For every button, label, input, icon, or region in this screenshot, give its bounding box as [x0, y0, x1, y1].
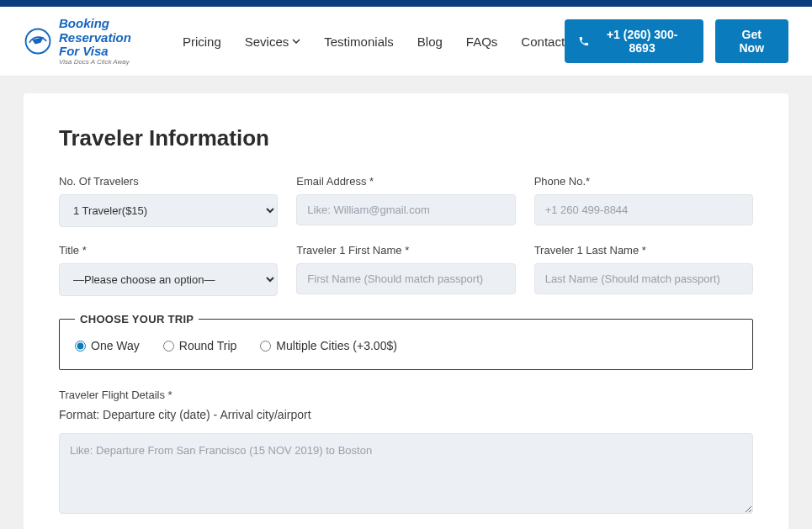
phone-icon: [578, 35, 590, 47]
logo-line2: For Visa: [59, 44, 109, 58]
header-actions: +1 (260) 300-8693 Get Now: [565, 19, 788, 63]
phone-button[interactable]: +1 (260) 300-8693: [565, 19, 703, 63]
trip-multi-radio[interactable]: [260, 341, 271, 352]
nav-contact[interactable]: Contact: [521, 34, 565, 49]
email-field[interactable]: [296, 194, 515, 225]
trip-oneway-label: One Way: [91, 339, 140, 352]
page-title: Traveler Information: [59, 125, 753, 151]
title-select[interactable]: —Please choose an option—: [59, 263, 278, 296]
form-card: Traveler Information No. Of Travelers 1 …: [24, 93, 788, 529]
trip-multi[interactable]: Multiple Cities (+3.00$): [260, 339, 397, 352]
nav-faqs[interactable]: FAQs: [466, 34, 498, 49]
chevron-down-icon: [292, 39, 300, 44]
nav-services-label: Sevices: [245, 34, 289, 49]
trip-oneway-radio[interactable]: [75, 341, 86, 352]
trip-round-radio[interactable]: [163, 341, 174, 352]
trip-multi-label: Multiple Cities (+3.00$): [276, 339, 397, 352]
logo-tagline: Visa Docs A Click Away: [59, 59, 183, 66]
phone-label: Phone No.*: [534, 175, 753, 188]
get-now-label: Get Now: [729, 28, 775, 55]
get-now-button[interactable]: Get Now: [715, 19, 788, 63]
travelers-select[interactable]: 1 Traveler($15): [59, 194, 278, 227]
format-hint: Format: Departure city (date) - Arrival …: [59, 408, 753, 421]
nav-services[interactable]: Sevices: [245, 34, 301, 49]
page-body: Traveler Information No. Of Travelers 1 …: [0, 77, 812, 529]
email-label: Email Address *: [296, 175, 515, 188]
flight-details-textarea[interactable]: [59, 433, 753, 514]
logo[interactable]: Booking Reservation For Visa Visa Docs A…: [24, 17, 183, 66]
phone-field[interactable]: [534, 194, 753, 225]
trip-round-label: Round Trip: [179, 339, 236, 352]
top-bar: [0, 0, 812, 7]
nav-testimonials[interactable]: Testimonials: [324, 34, 394, 49]
trip-fieldset: CHOOSE YOUR TRIP One Way Round Trip Mult…: [59, 313, 753, 370]
trip-legend: CHOOSE YOUR TRIP: [75, 313, 199, 325]
firstname-label: Traveler 1 First Name *: [296, 244, 515, 257]
flight-details-label: Traveler Flight Details *: [59, 389, 753, 401]
travelers-label: No. Of Travelers: [59, 175, 278, 188]
lastname-field[interactable]: [534, 263, 753, 294]
site-header: Booking Reservation For Visa Visa Docs A…: [0, 7, 812, 77]
firstname-field[interactable]: [296, 263, 515, 294]
trip-round[interactable]: Round Trip: [163, 339, 236, 352]
trip-oneway[interactable]: One Way: [75, 339, 140, 352]
title-label: Title *: [59, 244, 278, 257]
logo-icon: [24, 27, 52, 56]
nav-blog[interactable]: Blog: [417, 34, 443, 49]
nav-pricing[interactable]: Pricing: [183, 34, 221, 49]
main-nav: Pricing Sevices Testimonials Blog FAQs C…: [183, 34, 565, 49]
phone-number: +1 (260) 300-8693: [595, 28, 690, 55]
logo-line1: Booking Reservation: [59, 16, 131, 45]
lastname-label: Traveler 1 Last Name *: [534, 244, 753, 257]
